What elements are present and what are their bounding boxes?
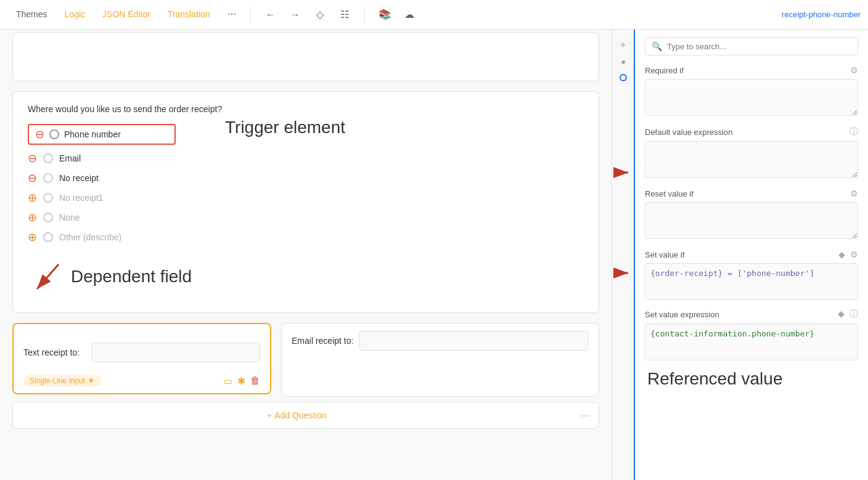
set-value-if-gear-icon[interactable]: ⚙ [850,250,858,259]
reset-value-gear-icon[interactable]: ⚙ [850,189,858,198]
dot-icon [621,60,625,64]
plus-icon-no-receipt1: ⊕ [28,192,37,203]
tab-more[interactable]: ··· [219,0,245,30]
email-receipt-row: Email receipt to: [292,331,589,351]
no-receipt-option[interactable]: ⊖ No receipt [28,169,188,187]
email-option[interactable]: ⊖ Email [28,150,188,167]
text-receipt-label: Text receipt to: [23,348,85,357]
email-receipt-card: Email receipt to: [281,323,599,397]
email-receipt-input[interactable] [359,331,589,351]
search-box: 🔍 [645,37,858,55]
drag-handle: · · · · · · · [14,324,270,335]
phone-number-option[interactable]: ⊖ Phone number [28,124,176,145]
default-value-question-icon[interactable]: ⓘ [850,126,858,137]
top-nav: Themes Logic JSON Editor Translation ···… [0,0,868,30]
default-value-section: Default value expression ⓘ [645,126,858,137]
right-sidebar: 🔍 Required if ⚙ Default value expression… [634,30,868,480]
dropdown-chevron-icon: ▼ [88,376,95,385]
required-if-section: Required if ⚙ [645,65,858,75]
set-value-expression-question-icon[interactable]: ⓘ [850,309,858,320]
card-footer: Single-Line Input ▼ ▭ ✱ 🗑 [14,375,270,393]
trigger-element-label: Trigger element [225,118,345,137]
set-value-expression-arrow [613,266,633,282]
book-button[interactable]: 📚 [375,5,395,25]
star-icon[interactable]: ✱ [237,375,245,387]
set-value-if-eraser-icon[interactable]: ◆ [838,250,845,259]
required-if-textarea[interactable] [645,79,858,116]
set-value-if-label: Set value if [645,250,684,259]
dependent-card-body: Text receipt to: [14,335,270,375]
required-if-gear-icon[interactable]: ⚙ [850,65,858,75]
erase-button[interactable]: ◇ [310,5,330,25]
nav-divider [250,6,251,23]
tab-translation[interactable]: Translation [159,0,219,30]
field-type-pill[interactable]: Single-Line Input ▼ [23,375,101,387]
search-icon: 🔍 [652,41,662,51]
required-if-label: Required if [645,66,684,75]
tab-logic[interactable]: Logic [56,0,94,30]
target-icon[interactable]: ⌖ [620,39,626,51]
other-option[interactable]: ⊕ Other (describe) [28,229,188,246]
field-type-label: Single-Line Input [30,376,85,385]
redo-button[interactable]: → [285,5,305,25]
reset-value-section: Reset value if ⚙ [645,189,858,198]
radio-circle-email [43,153,53,163]
no-receipt1-option-label: No receipt1 [59,193,104,203]
top-partial-card [12,32,599,81]
default-value-textarea[interactable] [645,141,858,178]
reset-value-textarea[interactable] [645,202,858,239]
circle-outline-icon [620,74,627,81]
set-value-expression-label: Set value expression [645,310,719,319]
undo-button[interactable]: ← [261,5,280,25]
dependent-field-card[interactable]: · · · · · · · Text receipt to: Single-Li… [12,323,271,394]
search-input[interactable] [667,42,851,51]
question-card: Where would you like us to send the orde… [12,91,599,313]
radio-circle-none [43,213,53,222]
trash-icon[interactable]: 🗑 [250,375,260,387]
reset-value-label: Reset value if [645,189,694,198]
add-question-plus: + [267,410,272,420]
radio-circle-phone [49,129,59,139]
plus-icon-none: ⊕ [28,212,37,223]
set-value-if-content[interactable]: {order-receipt} = ['phone-number'] [645,263,858,300]
radio-circle-no-receipt [43,173,53,183]
dependent-field-label: Dependent field [71,267,192,287]
add-question-bar[interactable]: + Add Question ··· [12,402,599,429]
footer-icons: ▭ ✱ 🗑 [223,375,260,387]
cloud-button[interactable]: ☁ [399,5,419,25]
svg-line-1 [37,264,59,289]
plus-icon-other: ⊕ [28,232,37,243]
minus-icon-email: ⊖ [28,153,37,164]
text-receipt-row: Text receipt to: [23,343,260,362]
set-value-if-section: Set value if ◆ ⚙ [645,250,858,259]
nav-divider-2 [364,6,365,23]
email-receipt-label: Email receipt to: [292,336,353,346]
filter-button[interactable]: ☷ [335,5,354,25]
radio-circle-other [43,232,53,242]
copy-icon[interactable]: ▭ [223,375,232,387]
tab-themes[interactable]: Themes [7,0,56,30]
active-field-name: receipt-phone-number [782,10,861,19]
other-option-label: Other (describe) [59,232,121,242]
text-receipt-input[interactable] [91,343,260,362]
set-value-expression-content[interactable]: {contact-information.phone-number} [645,323,858,360]
minus-icon-phone: ⊖ [35,129,44,140]
default-value-label: Default value expression [645,128,732,137]
main-layout: Where would you like us to send the orde… [0,30,868,480]
no-receipt1-option[interactable]: ⊕ No receipt1 [28,189,188,206]
radio-options-list: ⊖ Phone number ⊖ Email ⊖ [28,124,188,248]
question-text: Where would you like us to send the orde… [28,104,584,114]
set-value-expression-section: Set value expression ◆ ⓘ [645,309,858,320]
radio-circle-no-receipt1 [43,193,53,203]
add-question-more-icon[interactable]: ··· [581,409,599,422]
mid-sidebar: ⌖ [612,30,634,480]
tab-json-editor[interactable]: JSON Editor [94,0,159,30]
referenced-value-label: Referenced value [645,369,858,389]
dependent-arrow [28,258,65,295]
bottom-cards-row: · · · · · · · Text receipt to: Single-Li… [12,323,599,397]
none-option[interactable]: ⊕ None [28,209,188,226]
none-option-label: None [59,213,80,222]
no-receipt-option-label: No receipt [59,173,99,183]
set-value-expression-eraser-icon[interactable]: ◆ [838,309,845,320]
nav-icons: ← → ◇ ☷ 📚 ☁ [261,5,419,25]
